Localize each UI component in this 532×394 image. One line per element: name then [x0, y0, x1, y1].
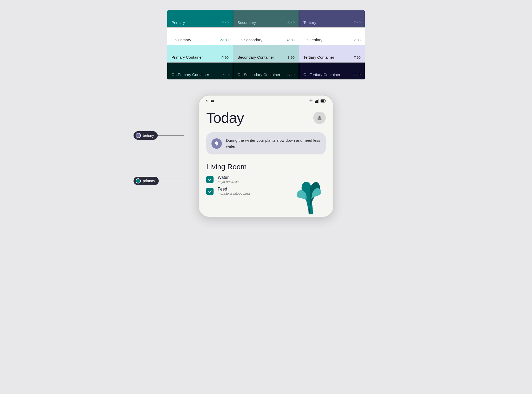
- annotation-primary: primary: [134, 177, 159, 185]
- color-code: P-90: [222, 56, 229, 59]
- task-sub-1: hoya australis: [218, 180, 238, 184]
- lightbulb-icon: [214, 141, 219, 146]
- wifi-icon: [309, 99, 313, 103]
- color-cell-cell-secondary: Secondary S-40: [233, 10, 299, 27]
- color-code: S-90: [288, 56, 295, 59]
- color-label: On Secondary Container: [237, 72, 280, 77]
- phone-mockup: 9:30: [198, 95, 334, 217]
- svg-rect-5: [325, 100, 326, 101]
- annotation-tertiary-label: tertiary: [143, 133, 154, 138]
- task-info-2: Feed monstera siltepecana: [218, 187, 250, 195]
- color-label: On Secondary: [237, 38, 262, 42]
- task-info-1: Water hoya australis: [218, 175, 238, 184]
- plant-svg: [292, 175, 326, 216]
- color-code: T-10: [354, 73, 361, 77]
- annotation-tertiary: tertiary: [134, 131, 158, 140]
- color-code: P-100: [220, 38, 229, 42]
- svg-rect-3: [318, 99, 319, 103]
- avatar-icon: [317, 115, 322, 121]
- color-code: P-10: [222, 73, 229, 77]
- color-code: T-100: [352, 38, 361, 42]
- svg-rect-9: [216, 145, 217, 146]
- color-label: Tertiary: [303, 20, 316, 25]
- checkbox-2[interactable]: [206, 188, 214, 195]
- check-icon: [208, 189, 212, 193]
- color-label: On Tertiary Container: [303, 72, 340, 77]
- plant-illustration: [292, 175, 326, 217]
- task-name-1: Water: [218, 175, 238, 180]
- color-palette-table: Primary P-40 Secondary S-40 Tertiary T-4…: [167, 10, 365, 79]
- color-label: On Primary: [171, 38, 191, 42]
- primary-dot: [136, 178, 141, 184]
- color-cell-cell-on-secondary-container: On Secondary Container S-10: [233, 63, 299, 79]
- status-bar: 9:30: [199, 96, 333, 104]
- page-title: Today: [206, 109, 244, 126]
- phone-bottom-section: Water hoya australis Feed: [206, 175, 326, 217]
- color-label: On Primary Container: [171, 72, 209, 77]
- color-code: T-90: [354, 56, 361, 59]
- color-cell-cell-on-secondary: On Secondary S-100: [233, 28, 299, 45]
- color-label: Primary Container: [171, 55, 203, 59]
- svg-rect-1: [316, 100, 317, 103]
- annotation-primary-label: primary: [143, 179, 155, 183]
- check-icon: [208, 178, 212, 182]
- color-label: Primary: [171, 20, 185, 25]
- color-cell-cell-on-tertiary: On Tertiary T-100: [299, 28, 365, 45]
- annotation-tertiary-line: [158, 135, 184, 136]
- svg-point-7: [318, 116, 321, 118]
- color-cell-cell-on-primary: On Primary P-100: [167, 28, 233, 45]
- color-cell-cell-tertiary: Tertiary T-40: [299, 10, 365, 27]
- svg-rect-2: [317, 100, 318, 103]
- color-cell-cell-on-tertiary-container: On Tertiary Container T-10: [299, 63, 365, 79]
- section-title: Living Room: [206, 163, 326, 171]
- tertiary-dot: [136, 133, 141, 138]
- tip-card: During the winter your plants slow down …: [206, 132, 326, 154]
- color-label: On Tertiary: [303, 38, 322, 42]
- signal-icon: [315, 99, 319, 103]
- color-cell-cell-primary: Primary P-40: [167, 10, 233, 27]
- color-label: Tertiary Container: [303, 55, 334, 59]
- color-code: P-40: [222, 21, 229, 25]
- tip-icon: [211, 138, 222, 149]
- color-cell-cell-primary-container: Primary Container P-90: [167, 45, 233, 62]
- annotation-primary-line: [159, 181, 185, 181]
- battery-icon: [321, 99, 326, 103]
- svg-rect-0: [315, 101, 316, 103]
- phone-wrapper: tertiary primary 9:30: [10, 95, 522, 217]
- svg-rect-8: [216, 145, 217, 145]
- svg-rect-6: [321, 100, 324, 102]
- color-label: Secondary Container: [237, 55, 274, 59]
- color-cell-cell-on-primary-container: On Primary Container P-10: [167, 63, 233, 79]
- task-name-2: Feed: [218, 187, 250, 192]
- checkbox-1[interactable]: [206, 176, 214, 183]
- color-code: S-100: [285, 38, 295, 42]
- status-time: 9:30: [206, 99, 214, 103]
- color-code: S-40: [288, 21, 295, 25]
- color-cell-cell-tertiary-container: Tertiary Container T-90: [299, 45, 365, 62]
- status-icons: [309, 99, 326, 103]
- color-code: S-10: [288, 73, 295, 77]
- avatar-button[interactable]: [313, 112, 326, 124]
- phone-header: Today: [206, 109, 326, 126]
- color-cell-cell-secondary-container: Secondary Container S-90: [233, 45, 299, 62]
- color-label: Secondary: [237, 20, 256, 25]
- task-sub-2: monstera siltepecana: [218, 192, 250, 195]
- color-code: T-40: [354, 21, 361, 25]
- tip-text: During the winter your plants slow down …: [226, 138, 321, 149]
- phone-content: Today During the winter y: [199, 104, 333, 217]
